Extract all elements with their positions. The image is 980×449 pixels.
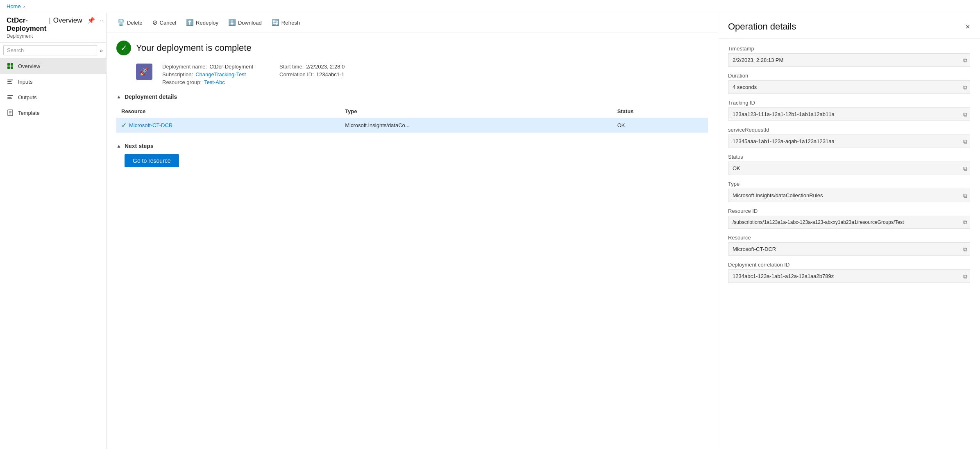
svg-rect-5: [7, 66, 10, 69]
svg-rect-10: [7, 95, 13, 96]
sidebar-subtitle: Deployment: [7, 33, 103, 39]
delete-button[interactable]: 🗑️ Delete: [113, 16, 147, 29]
resource-id-value-container: /subscriptions/1a123a1a-1abc-123a-a123-a…: [728, 216, 970, 229]
deployment-details-label: Deployment details: [125, 93, 177, 100]
duration-copy-button[interactable]: ⧉: [963, 84, 967, 91]
resource-id-field: Resource ID /subscriptions/1a123a1a-1abc…: [728, 208, 970, 229]
status-copy-button[interactable]: ⧉: [963, 165, 967, 172]
col-status: Status: [612, 105, 708, 118]
operation-details-panel: Operation details × Timestamp 2/2/2023, …: [718, 13, 980, 449]
tracking-id-label: Tracking ID: [728, 100, 970, 106]
sidebar-nav: Overview Inputs Outputs Te: [0, 58, 106, 449]
type-value-container: Microsoft.Insights/dataCollectionRules ⧉: [728, 189, 970, 202]
subscription-value[interactable]: ChangeTracking-Test: [195, 71, 246, 77]
timestamp-value-container: 2/2/2023, 2:28:13 PM ⧉: [728, 53, 970, 67]
sidebar-page-name: Overview: [53, 16, 82, 25]
correlation-id-label: Correlation ID:: [279, 71, 314, 77]
resource-id-value: /subscriptions/1a123a1a-1abc-123a-a123-a…: [733, 219, 904, 225]
deployment-correlation-id-value: 1234abc1-123a-1ab1-a12a-12a1aa2b789z: [733, 273, 834, 279]
go-to-resource-button[interactable]: Go to resource: [125, 154, 179, 167]
deployment-correlation-id-field: Deployment correlation ID 1234abc1-123a-…: [728, 262, 970, 283]
status-label: Status: [728, 154, 970, 160]
timestamp-label: Timestamp: [728, 46, 970, 52]
sidebar-item-outputs[interactable]: Outputs: [0, 89, 106, 105]
status-value-container: OK ⧉: [728, 162, 970, 175]
resource-link[interactable]: ✓ Microsoft-CT-DCR: [121, 121, 335, 129]
breadcrumb: Home ›: [0, 0, 980, 13]
deployment-title: Your deployment is complete: [136, 43, 252, 53]
tracking-id-field: Tracking ID 123aa123-111a-12a1-12b1-1ab1…: [728, 100, 970, 121]
next-steps-label: Next steps: [125, 143, 154, 149]
collapse-button[interactable]: »: [100, 47, 103, 54]
template-label: Template: [18, 110, 40, 116]
main-content-area: 🗑️ Delete ⊘ Cancel ⬆️ Redeploy ⬇️ Downlo…: [107, 13, 718, 449]
timestamp-copy-button[interactable]: ⧉: [963, 57, 967, 64]
cancel-icon: ⊘: [152, 19, 158, 26]
download-button[interactable]: ⬇️ Download: [224, 16, 266, 29]
cancel-button[interactable]: ⊘ Cancel: [148, 16, 180, 29]
timestamp-value: 2/2/2023, 2:28:13 PM: [733, 57, 783, 63]
tracking-id-copy-button[interactable]: ⧉: [963, 111, 967, 118]
deployment-icon: 🚀: [136, 64, 152, 80]
refresh-button[interactable]: 🔄 Refresh: [268, 16, 304, 29]
next-steps-section: ▲ Next steps Go to resource: [116, 143, 708, 167]
col-type: Type: [340, 105, 612, 118]
toolbar: 🗑️ Delete ⊘ Cancel ⬆️ Redeploy ⬇️ Downlo…: [107, 13, 718, 32]
resource-group-value[interactable]: Test-Abc: [204, 79, 225, 85]
resource-copy-button[interactable]: ⧉: [963, 246, 967, 253]
sidebar-item-overview[interactable]: Overview: [0, 58, 106, 74]
svg-rect-4: [11, 63, 13, 66]
sidebar-resource-name: CtDcr-Deployment: [7, 16, 46, 33]
subscription-label: Subscription:: [162, 71, 193, 77]
status-value: OK: [733, 165, 740, 171]
svg-rect-8: [7, 81, 11, 82]
overview-icon: [7, 62, 14, 70]
deployment-correlation-id-copy-button[interactable]: ⧉: [963, 273, 967, 280]
duration-value: 4 seconds: [733, 84, 757, 90]
resource-group-label: Resource group:: [162, 79, 202, 85]
pin-icon[interactable]: 📌: [87, 17, 95, 24]
next-steps-header[interactable]: ▲ Next steps: [116, 143, 708, 149]
svg-rect-6: [11, 66, 13, 69]
deployment-correlation-id-label: Deployment correlation ID: [728, 262, 970, 268]
correlation-id-value: 1234abc1-1: [316, 71, 345, 77]
svg-rect-11: [7, 97, 11, 98]
sidebar-item-template[interactable]: Template: [0, 105, 106, 121]
duration-value-container: 4 seconds ⧉: [728, 80, 970, 94]
close-button[interactable]: ×: [965, 22, 970, 32]
service-request-id-value: 12345aaa-1ab1-123a-aqab-1a123a1231aa: [733, 138, 835, 144]
type-label: Type: [728, 181, 970, 187]
resource-value: Microsoft-CT-DCR: [733, 246, 776, 252]
search-container: »: [0, 43, 106, 58]
redeploy-button[interactable]: ⬆️ Redeploy: [182, 16, 222, 29]
table-row[interactable]: ✓ Microsoft-CT-DCR Microsoft.Insights/da…: [116, 118, 708, 133]
sidebar-header: CtDcr-Deployment | Overview 📌 ··· Deploy…: [0, 13, 106, 43]
resource-label: Resource: [728, 235, 970, 241]
search-input[interactable]: [3, 45, 97, 55]
service-request-id-copy-button[interactable]: ⧉: [963, 138, 967, 145]
svg-rect-9: [7, 83, 12, 84]
chevron-up-icon: ▲: [116, 94, 121, 100]
svg-rect-12: [7, 98, 12, 99]
resource-id-copy-button[interactable]: ⧉: [963, 219, 967, 226]
start-time-label: Start time:: [279, 64, 304, 70]
row-type: Microsoft.Insights/dataCo...: [340, 118, 612, 133]
col-resource: Resource: [116, 105, 340, 118]
inputs-icon: [7, 78, 14, 85]
sidebar: CtDcr-Deployment | Overview 📌 ··· Deploy…: [0, 13, 107, 449]
row-success-icon: ✓: [121, 121, 127, 129]
home-link[interactable]: Home: [7, 3, 21, 9]
row-resource: ✓ Microsoft-CT-DCR: [116, 118, 340, 133]
deployment-correlation-id-value-container: 1234abc1-123a-1ab1-a12a-12a1aa2b789z ⧉: [728, 269, 970, 283]
type-copy-button[interactable]: ⧉: [963, 192, 967, 199]
more-options-icon[interactable]: ···: [98, 17, 104, 24]
op-panel-title: Operation details: [728, 21, 796, 32]
deployment-details-header[interactable]: ▲ Deployment details: [116, 93, 708, 100]
sidebar-item-inputs[interactable]: Inputs: [0, 74, 106, 89]
duration-field: Duration 4 seconds ⧉: [728, 73, 970, 94]
deployment-meta: 🚀 Deployment name: CtDcr-Deployment Subs…: [136, 64, 708, 85]
timestamp-field: Timestamp 2/2/2023, 2:28:13 PM ⧉: [728, 46, 970, 67]
duration-label: Duration: [728, 73, 970, 79]
resource-field: Resource Microsoft-CT-DCR ⧉: [728, 235, 970, 256]
overview-label: Overview: [18, 63, 40, 69]
